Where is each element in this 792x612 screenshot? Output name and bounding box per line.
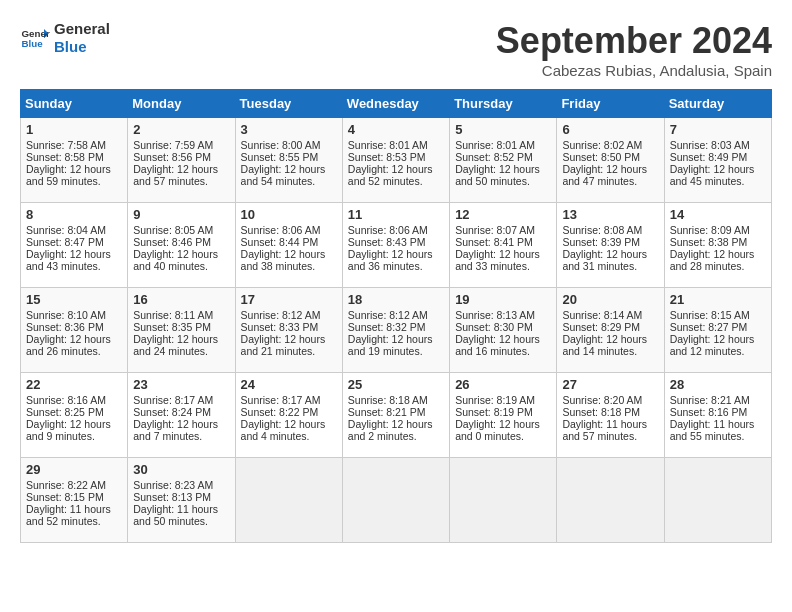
calendar-cell: 29Sunrise: 8:22 AMSunset: 8:15 PMDayligh… [21, 458, 128, 543]
calendar-cell: 19Sunrise: 8:13 AMSunset: 8:30 PMDayligh… [450, 288, 557, 373]
calendar-cell: 1Sunrise: 7:58 AMSunset: 8:58 PMDaylight… [21, 118, 128, 203]
day-number: 24 [241, 377, 337, 392]
calendar-week-2: 15Sunrise: 8:10 AMSunset: 8:36 PMDayligh… [21, 288, 772, 373]
col-saturday: Saturday [664, 90, 771, 118]
day-info-line: Sunrise: 8:23 AM [133, 479, 229, 491]
svg-text:Blue: Blue [22, 38, 44, 49]
day-info-line: Daylight: 12 hours [133, 418, 229, 430]
calendar-cell: 22Sunrise: 8:16 AMSunset: 8:25 PMDayligh… [21, 373, 128, 458]
day-info-line: Sunset: 8:25 PM [26, 406, 122, 418]
day-number: 6 [562, 122, 658, 137]
day-info-line: Daylight: 12 hours [241, 418, 337, 430]
day-info-line: Sunset: 8:21 PM [348, 406, 444, 418]
day-info-line: Daylight: 12 hours [670, 333, 766, 345]
calendar-cell: 14Sunrise: 8:09 AMSunset: 8:38 PMDayligh… [664, 203, 771, 288]
logo-icon: General Blue [20, 23, 50, 53]
day-info-line: Sunset: 8:15 PM [26, 491, 122, 503]
day-info-line: and 24 minutes. [133, 345, 229, 357]
day-number: 9 [133, 207, 229, 222]
day-info-line: Sunset: 8:39 PM [562, 236, 658, 248]
day-number: 22 [26, 377, 122, 392]
day-number: 8 [26, 207, 122, 222]
day-info-line: Sunset: 8:55 PM [241, 151, 337, 163]
day-info-line: and 40 minutes. [133, 260, 229, 272]
day-info-line: and 38 minutes. [241, 260, 337, 272]
day-info-line: Daylight: 12 hours [348, 418, 444, 430]
day-info-line: Sunrise: 8:03 AM [670, 139, 766, 151]
day-number: 23 [133, 377, 229, 392]
day-info-line: and 52 minutes. [26, 515, 122, 527]
day-info-line: Sunset: 8:52 PM [455, 151, 551, 163]
calendar-cell [235, 458, 342, 543]
day-info-line: Sunset: 8:29 PM [562, 321, 658, 333]
location-subtitle: Cabezas Rubias, Andalusia, Spain [496, 62, 772, 79]
day-info-line: Sunrise: 8:04 AM [26, 224, 122, 236]
day-info-line: Daylight: 12 hours [26, 418, 122, 430]
day-info-line: and 57 minutes. [562, 430, 658, 442]
day-number: 30 [133, 462, 229, 477]
day-info-line: and 50 minutes. [133, 515, 229, 527]
day-info-line: Daylight: 12 hours [455, 333, 551, 345]
day-info-line: Daylight: 12 hours [133, 163, 229, 175]
calendar-cell: 7Sunrise: 8:03 AMSunset: 8:49 PMDaylight… [664, 118, 771, 203]
day-info-line: and 52 minutes. [348, 175, 444, 187]
day-info-line: Daylight: 12 hours [455, 163, 551, 175]
col-wednesday: Wednesday [342, 90, 449, 118]
day-number: 4 [348, 122, 444, 137]
day-info-line: Sunrise: 8:01 AM [348, 139, 444, 151]
day-info-line: and 57 minutes. [133, 175, 229, 187]
calendar-cell: 6Sunrise: 8:02 AMSunset: 8:50 PMDaylight… [557, 118, 664, 203]
day-info-line: Daylight: 12 hours [241, 248, 337, 260]
calendar-cell: 4Sunrise: 8:01 AMSunset: 8:53 PMDaylight… [342, 118, 449, 203]
col-friday: Friday [557, 90, 664, 118]
day-info-line: Sunset: 8:38 PM [670, 236, 766, 248]
day-number: 10 [241, 207, 337, 222]
day-info-line: Daylight: 12 hours [133, 333, 229, 345]
day-info-line: Sunset: 8:53 PM [348, 151, 444, 163]
header: General Blue General Blue September 2024… [20, 20, 772, 79]
day-info-line: Sunrise: 8:19 AM [455, 394, 551, 406]
day-info-line: Sunset: 8:50 PM [562, 151, 658, 163]
calendar-cell: 21Sunrise: 8:15 AMSunset: 8:27 PMDayligh… [664, 288, 771, 373]
day-info-line: Sunrise: 8:08 AM [562, 224, 658, 236]
calendar-cell [557, 458, 664, 543]
day-info-line: Daylight: 11 hours [26, 503, 122, 515]
day-info-line: Sunset: 8:13 PM [133, 491, 229, 503]
calendar-cell: 12Sunrise: 8:07 AMSunset: 8:41 PMDayligh… [450, 203, 557, 288]
calendar-cell: 26Sunrise: 8:19 AMSunset: 8:19 PMDayligh… [450, 373, 557, 458]
calendar-week-0: 1Sunrise: 7:58 AMSunset: 8:58 PMDaylight… [21, 118, 772, 203]
day-info-line: Sunset: 8:16 PM [670, 406, 766, 418]
calendar-cell: 24Sunrise: 8:17 AMSunset: 8:22 PMDayligh… [235, 373, 342, 458]
day-info-line: Daylight: 12 hours [455, 418, 551, 430]
day-info-line: and 28 minutes. [670, 260, 766, 272]
day-number: 19 [455, 292, 551, 307]
day-info-line: Sunrise: 8:18 AM [348, 394, 444, 406]
day-info-line: Sunrise: 8:12 AM [241, 309, 337, 321]
day-info-line: Daylight: 12 hours [348, 248, 444, 260]
day-info-line: Daylight: 12 hours [348, 333, 444, 345]
day-info-line: Sunrise: 7:58 AM [26, 139, 122, 151]
day-info-line: Sunset: 8:41 PM [455, 236, 551, 248]
logo-line2: Blue [54, 38, 110, 56]
day-info-line: Daylight: 12 hours [241, 333, 337, 345]
day-info-line: and 19 minutes. [348, 345, 444, 357]
calendar-cell: 27Sunrise: 8:20 AMSunset: 8:18 PMDayligh… [557, 373, 664, 458]
day-info-line: and 12 minutes. [670, 345, 766, 357]
calendar-cell: 28Sunrise: 8:21 AMSunset: 8:16 PMDayligh… [664, 373, 771, 458]
day-info-line: Daylight: 12 hours [241, 163, 337, 175]
calendar-cell [342, 458, 449, 543]
day-info-line: Sunrise: 8:20 AM [562, 394, 658, 406]
day-info-line: and 26 minutes. [26, 345, 122, 357]
day-number: 25 [348, 377, 444, 392]
day-info-line: Sunset: 8:19 PM [455, 406, 551, 418]
day-info-line: and 50 minutes. [455, 175, 551, 187]
day-info-line: Sunset: 8:58 PM [26, 151, 122, 163]
day-info-line: and 36 minutes. [348, 260, 444, 272]
calendar-cell [450, 458, 557, 543]
day-info-line: and 14 minutes. [562, 345, 658, 357]
calendar-table: Sunday Monday Tuesday Wednesday Thursday… [20, 89, 772, 543]
day-number: 17 [241, 292, 337, 307]
day-info-line: and 45 minutes. [670, 175, 766, 187]
day-info-line: Sunset: 8:27 PM [670, 321, 766, 333]
col-monday: Monday [128, 90, 235, 118]
